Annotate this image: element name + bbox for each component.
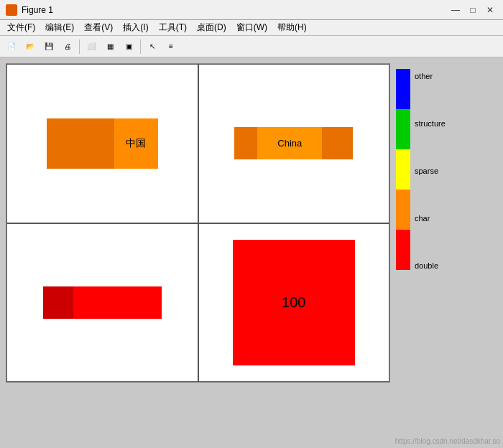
colorbar-label-double: double bbox=[415, 258, 446, 270]
rh-box1 bbox=[43, 286, 73, 319]
menu-window[interactable]: 窗口(W) bbox=[232, 20, 272, 35]
toolbar-btn-6[interactable]: ▦ bbox=[101, 38, 119, 55]
quadrant-bottomright: 100 bbox=[198, 223, 390, 383]
menubar: 文件(F) 编辑(E) 查看(V) 插入(I) 工具(T) 桌面(D) 窗口(W… bbox=[0, 20, 503, 36]
toolbar-separator-1 bbox=[79, 39, 80, 54]
colorbar-other bbox=[396, 69, 410, 109]
toolbar-separator-2 bbox=[140, 39, 141, 54]
open-icon: 📂 bbox=[26, 42, 34, 50]
big-red-box: 100 bbox=[233, 240, 355, 365]
save-button[interactable]: 💾 bbox=[40, 38, 57, 55]
toolbar: 📄 📂 💾 🖨 ⬜ ▦ ▣ ↖ ≡ bbox=[0, 36, 503, 57]
rh-box2 bbox=[73, 286, 96, 319]
titlebar-controls: — □ ✕ bbox=[448, 3, 497, 17]
colorbar-label-char: char bbox=[415, 211, 446, 223]
quadrant-topleft: 中国 bbox=[6, 64, 198, 223]
minimize-button[interactable]: — bbox=[448, 3, 463, 17]
colorbar-strip bbox=[396, 69, 410, 270]
quadrant-topright: China bbox=[198, 64, 390, 223]
save-icon: 💾 bbox=[45, 42, 53, 50]
list-button[interactable]: ≡ bbox=[162, 38, 180, 55]
cursor-button[interactable]: ↖ bbox=[144, 38, 161, 55]
titlebar-title: Figure 1 bbox=[22, 5, 53, 15]
colorbar-char bbox=[396, 190, 410, 230]
colorbar-structure bbox=[396, 109, 410, 149]
cursor-icon: ↖ bbox=[149, 42, 155, 50]
china-en-box2 bbox=[322, 127, 353, 159]
main-area: 中国 China 100 bbox=[0, 57, 503, 448]
china-zh-box1 bbox=[47, 118, 114, 169]
china-en-label: China bbox=[257, 127, 322, 159]
menu-view[interactable]: 查看(V) bbox=[80, 20, 117, 35]
list-icon: ≡ bbox=[169, 42, 173, 50]
china-zh-label: 中国 bbox=[114, 118, 158, 169]
big-red-label: 100 bbox=[282, 294, 305, 311]
colorbar-labels: other structure sparse char double bbox=[415, 69, 446, 270]
close-button[interactable]: ✕ bbox=[483, 3, 497, 17]
figure-canvas: 中国 China 100 bbox=[6, 63, 390, 383]
colorbar-label-sparse: sparse bbox=[415, 164, 446, 175]
colorbar-area: other structure sparse char double bbox=[396, 63, 446, 442]
titlebar: Figure 1 — □ ✕ bbox=[0, 0, 503, 20]
toolbar-btn-7[interactable]: ▣ bbox=[120, 38, 137, 55]
china-en-box1 bbox=[234, 127, 257, 159]
print-icon: 🖨 bbox=[64, 42, 71, 50]
new-icon: 📄 bbox=[7, 42, 16, 50]
watermark: https://blog.csdn.net/dasdkhar.so bbox=[395, 437, 500, 445]
maximize-button[interactable]: □ bbox=[466, 3, 480, 17]
menu-tools[interactable]: 工具(T) bbox=[154, 20, 191, 35]
china-en-container: China bbox=[234, 127, 353, 159]
toolbar-btn-5[interactable]: ⬜ bbox=[83, 38, 100, 55]
china-zh-container: 中国 bbox=[47, 118, 158, 169]
titlebar-left: Figure 1 bbox=[6, 4, 53, 16]
toolbar-icon-6: ▦ bbox=[107, 42, 114, 50]
rh-box3 bbox=[96, 286, 131, 319]
toolbar-icon-7: ▣ bbox=[126, 42, 132, 50]
menu-insert[interactable]: 插入(I) bbox=[119, 20, 152, 35]
new-button[interactable]: 📄 bbox=[3, 38, 20, 55]
print-button[interactable]: 🖨 bbox=[59, 38, 76, 55]
menu-desktop[interactable]: 桌面(D) bbox=[193, 20, 231, 35]
open-button[interactable]: 📂 bbox=[22, 38, 39, 55]
menu-edit[interactable]: 编辑(E) bbox=[41, 20, 78, 35]
red-horiz-container bbox=[43, 286, 162, 319]
toolbar-icon-5: ⬜ bbox=[87, 42, 96, 50]
app-icon bbox=[6, 4, 17, 16]
colorbar-sparse bbox=[396, 149, 410, 190]
menu-file[interactable]: 文件(F) bbox=[3, 20, 40, 35]
quadrant-bottomleft bbox=[6, 223, 198, 383]
colorbar-double bbox=[396, 230, 410, 270]
menu-help[interactable]: 帮助(H) bbox=[273, 20, 311, 35]
colorbar-label-other: other bbox=[415, 69, 446, 80]
colorbar-label-structure: structure bbox=[415, 116, 446, 128]
rh-box4 bbox=[131, 286, 162, 319]
